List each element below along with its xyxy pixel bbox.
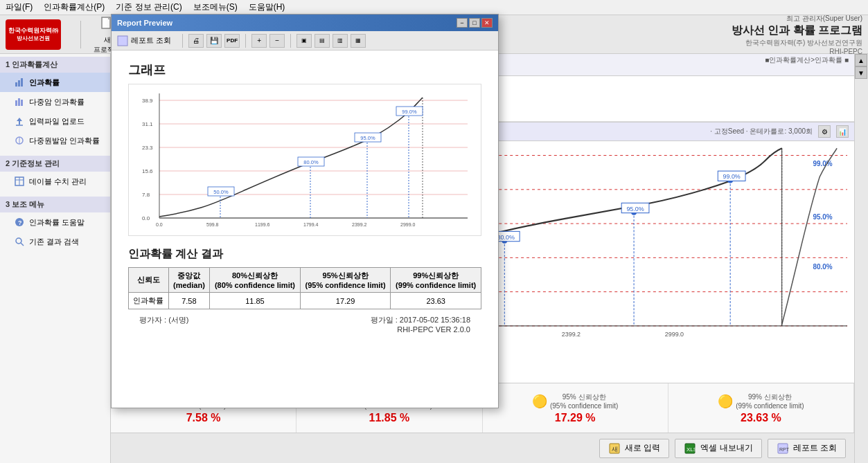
modal-graph-title: 그래프 bbox=[128, 62, 481, 78]
svg-text:23.3: 23.3 bbox=[142, 145, 153, 151]
svg-text:50.0%: 50.0% bbox=[213, 189, 229, 195]
svg-text:2999.0: 2999.0 bbox=[400, 222, 416, 227]
svg-text:0.0: 0.0 bbox=[142, 215, 150, 221]
modal-pdf-btn[interactable]: PDF bbox=[224, 34, 240, 48]
modal-layout4-btn[interactable]: ▦ bbox=[351, 34, 366, 48]
modal-window-controls: − □ ✕ bbox=[457, 18, 493, 28]
modal-layout3-btn[interactable]: ▥ bbox=[333, 34, 348, 48]
modal-content: 그래프 38.9 31.1 23.3 15.6 7.8 0.0 bbox=[112, 51, 498, 408]
report-preview-modal: Report Preview − □ ✕ 레포트 조회 🖨 💾 PDF + − … bbox=[111, 14, 499, 408]
modal-tb-divider bbox=[182, 34, 183, 48]
evaluator-label: 평가자 : bbox=[139, 316, 166, 324]
result-table: 신뢰도 중앙값(median) 80%신뢰상한(80% confidence l… bbox=[128, 267, 481, 309]
svg-text:31.1: 31.1 bbox=[142, 121, 153, 127]
svg-text:2399.2: 2399.2 bbox=[352, 222, 367, 227]
modal-result-section: 인과확률 계산 결과 신뢰도 중앙값(median) 80%신뢰상한(80% c… bbox=[128, 247, 481, 309]
modal-layout1-btn[interactable]: ▣ bbox=[296, 34, 312, 48]
svg-rect-76 bbox=[118, 36, 127, 46]
version-info: RHI-PEPC VER 2.0.0 bbox=[371, 325, 470, 334]
result-table-header: 신뢰도 중앙값(median) 80%신뢰상한(80% confidence l… bbox=[129, 268, 481, 293]
modal-footer: 평가자 : (서명) 평가일 : 2017-05-02 15:36:18 RHI… bbox=[128, 309, 481, 339]
modal-maximize-btn[interactable]: □ bbox=[469, 18, 480, 28]
modal-tb-divider2 bbox=[245, 34, 246, 48]
svg-text:95.0%: 95.0% bbox=[360, 135, 375, 141]
modal-zoom-out-btn[interactable]: − bbox=[269, 34, 285, 48]
modal-zoom-in-btn[interactable]: + bbox=[251, 34, 267, 48]
modal-title: Report Preview bbox=[117, 19, 172, 27]
col-ci80: 80%신뢰상한(80% confidence limit) bbox=[210, 268, 301, 293]
cell-label: 인과확률 bbox=[129, 293, 169, 309]
result-table-row: 인과확률 7.58 11.85 17.29 23.63 bbox=[129, 293, 481, 309]
modal-toolbar-label: 레포트 조회 bbox=[131, 35, 171, 46]
svg-text:38.9: 38.9 bbox=[142, 98, 153, 104]
col-ci95: 95%신뢰상한(95% confidence limit) bbox=[300, 268, 391, 293]
date-version-area: 평가일 : 2017-05-02 15:36:18 RHI-PEPC VER 2… bbox=[371, 315, 470, 334]
evaluator-value: (서명) bbox=[168, 316, 188, 324]
modal-result-title: 인과확률 계산 결과 bbox=[128, 247, 481, 262]
modal-close-btn[interactable]: ✕ bbox=[481, 18, 493, 28]
cell-median: 7.58 bbox=[168, 293, 210, 309]
svg-text:15.6: 15.6 bbox=[142, 168, 153, 174]
svg-text:1199.6: 1199.6 bbox=[255, 222, 270, 227]
svg-text:0.0: 0.0 bbox=[156, 222, 163, 227]
col-confidence: 신뢰도 bbox=[129, 268, 169, 293]
modal-chart-svg: 38.9 31.1 23.3 15.6 7.8 0.0 bbox=[134, 90, 475, 228]
eval-date: 평가일 : 2017-05-02 15:36:18 bbox=[371, 315, 470, 325]
cell-ci99: 23.63 bbox=[391, 293, 481, 309]
modal-save-btn[interactable]: 💾 bbox=[206, 34, 222, 48]
col-ci99: 99%신뢰상한(99% confidence limit) bbox=[391, 268, 481, 293]
col-median: 중앙값(median) bbox=[168, 268, 210, 293]
modal-chart-container: 38.9 31.1 23.3 15.6 7.8 0.0 bbox=[128, 84, 481, 236]
modal-tb-divider3 bbox=[290, 34, 291, 48]
modal-graph-section: 그래프 38.9 31.1 23.3 15.6 7.8 0.0 bbox=[128, 62, 481, 236]
svg-text:80.0%: 80.0% bbox=[303, 159, 319, 165]
svg-text:99.0%: 99.0% bbox=[402, 109, 417, 115]
svg-text:7.8: 7.8 bbox=[142, 192, 150, 198]
modal-layout2-btn[interactable]: ▤ bbox=[315, 34, 330, 48]
modal-print-btn[interactable]: 🖨 bbox=[188, 34, 204, 48]
cell-ci80: 11.85 bbox=[210, 293, 301, 309]
modal-titlebar: Report Preview − □ ✕ bbox=[112, 15, 498, 31]
svg-text:599.8: 599.8 bbox=[206, 222, 219, 227]
report-view-label-area: 레포트 조회 bbox=[117, 35, 171, 46]
modal-toolbar: 레포트 조회 🖨 💾 PDF + − ▣ ▤ ▥ ▦ bbox=[112, 31, 498, 51]
cell-ci95: 17.29 bbox=[300, 293, 391, 309]
modal-overlay: Report Preview − □ ✕ 레포트 조회 🖨 💾 PDF + − … bbox=[0, 0, 868, 463]
modal-minimize-btn[interactable]: − bbox=[457, 18, 468, 28]
svg-text:1799.4: 1799.4 bbox=[303, 222, 319, 227]
evaluator-area: 평가자 : (서명) bbox=[139, 315, 189, 334]
